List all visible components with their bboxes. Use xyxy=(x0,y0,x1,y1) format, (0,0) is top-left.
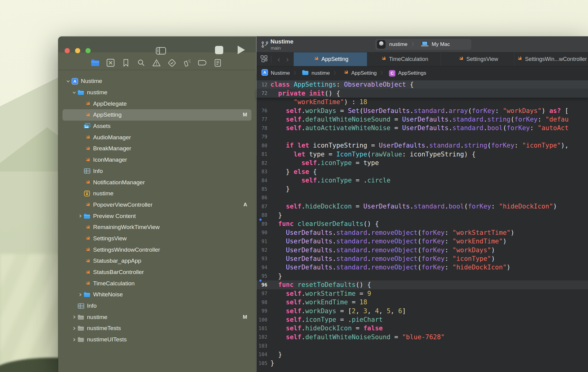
breadcrumb-item-AppSetting[interactable]: AppSetting xyxy=(342,69,377,77)
tree-row-nustimeTests[interactable]: nustimeTests xyxy=(62,323,251,334)
code-line-83[interactable]: 83 } else { xyxy=(256,167,588,176)
tab-overview-icon[interactable] xyxy=(260,55,268,64)
back-icon[interactable]: ‹ xyxy=(274,55,283,63)
code-line-77[interactable]: 77 self.defaultWhiteNoiseSound = UserDef… xyxy=(256,115,588,124)
code-line-105[interactable]: 105} xyxy=(256,359,588,367)
code-line-90[interactable]: 90 UserDefaults.standard.removeObject(fo… xyxy=(256,228,588,237)
code-line-85[interactable]: 85 } xyxy=(256,185,588,193)
tab-SettingsWin-wController[interactable]: SettingsWin...wController xyxy=(514,52,588,66)
tree-row-BreakManager[interactable]: BreakManager xyxy=(62,143,251,154)
reports-navigator-icon[interactable] xyxy=(210,57,225,69)
issues-navigator-icon[interactable] xyxy=(149,57,164,69)
code-line-92[interactable]: 92 UserDefaults.standard.removeObject(fo… xyxy=(256,246,588,254)
tree-row-AudioManager[interactable]: AudioManager xyxy=(62,132,251,143)
breakpoints-navigator-icon[interactable] xyxy=(195,57,210,69)
chevron-right-icon[interactable] xyxy=(71,325,77,331)
tree-row-Preview-Content[interactable]: Preview Content xyxy=(62,210,251,222)
code-line-99[interactable]: 99 self.workDays = [2, 3, 4, 5, 6] xyxy=(256,306,588,315)
code-line-84[interactable]: 84 self.iconType = .circle xyxy=(256,176,588,185)
tree-row-nustime[interactable]: nustime xyxy=(62,188,251,199)
scheme-name[interactable]: nustime xyxy=(389,41,408,47)
tree-row-SettingsWindowController[interactable]: SettingsWindowController xyxy=(62,244,251,255)
tab-AppSetting[interactable]: AppSetting xyxy=(294,52,367,66)
tree-row-Assets[interactable]: Assets xyxy=(62,121,251,132)
tree-row-Nustime[interactable]: ANustime xyxy=(62,76,251,87)
code-line-79[interactable]: 79 xyxy=(256,133,588,141)
code-line-80[interactable]: 80 if let iconTypeString = UserDefaults.… xyxy=(256,141,588,150)
bookmarks-navigator-icon[interactable] xyxy=(118,57,134,69)
code-line-76[interactable]: 76 self.workDays = Set(UserDefaults.stan… xyxy=(256,106,588,115)
code-line-96[interactable]: 96 func resetToDefaults() { xyxy=(256,280,588,289)
chevron-right-icon[interactable] xyxy=(77,213,83,219)
code-line-82[interactable]: 82 self.iconType = type xyxy=(256,159,588,167)
tree-row-nustimeUITests[interactable]: nustimeUITests xyxy=(62,334,251,345)
changes-navigator-icon[interactable] xyxy=(103,57,118,69)
chevron-down-icon[interactable] xyxy=(71,89,77,96)
breadcrumb-item-Nustime[interactable]: ANustime xyxy=(262,69,290,77)
close-window-button[interactable] xyxy=(65,48,70,53)
titlebar[interactable] xyxy=(58,36,256,52)
stop-button[interactable] xyxy=(215,46,223,54)
debug-navigator-icon[interactable] xyxy=(179,57,195,69)
swift-icon xyxy=(83,257,91,264)
tree-row-PopoverViewController[interactable]: PopoverViewControllerA xyxy=(62,199,251,211)
tree-row-nustime[interactable]: nustimeM xyxy=(62,311,251,323)
scheme-selector[interactable]: nustime 〉 My Mac xyxy=(375,39,471,50)
code-line-wrapped[interactable]: "workEndTime") : 18 xyxy=(256,98,588,106)
code-line-86[interactable]: 86 xyxy=(256,194,588,202)
chevron-right-icon[interactable] xyxy=(71,314,77,320)
code-line-88[interactable]: 88 } xyxy=(256,211,588,220)
tree-row-AppSetting[interactable]: AppSettingM xyxy=(62,109,251,121)
tree-row-StatusBarController[interactable]: StatusBarController xyxy=(62,267,251,278)
tree-row-Info[interactable]: Info xyxy=(62,166,251,177)
swift-icon xyxy=(83,201,91,208)
zoom-window-button[interactable] xyxy=(85,48,91,53)
tree-row-Statusbar_appApp[interactable]: Statusbar_appApp xyxy=(62,255,251,267)
navigator-tab-bar xyxy=(58,55,256,70)
code-line-97[interactable]: 97 self.workStartTime = 9 xyxy=(256,289,588,298)
scheme-destination[interactable]: My Mac xyxy=(432,41,450,47)
tab-SettingsView[interactable]: SettingsView xyxy=(441,52,514,66)
code-line-93[interactable]: 93 UserDefaults.standard.removeObject(fo… xyxy=(256,254,588,263)
source-code-editor[interactable]: 12class AppSettings: ObservableObject {7… xyxy=(256,80,588,372)
chevron-right-icon[interactable] xyxy=(71,336,77,343)
toggle-sidebar-icon[interactable] xyxy=(156,47,167,55)
tree-row-WhiteNoise[interactable]: WhiteNoise xyxy=(62,289,251,300)
project-navigator-icon[interactable] xyxy=(88,57,103,69)
tree-row-Info[interactable]: Info xyxy=(62,300,251,312)
code-line-95[interactable]: 95 } xyxy=(256,272,588,280)
code-line-78[interactable]: 78 self.autoActivateWhiteNoise = UserDef… xyxy=(256,124,588,132)
tests-navigator-icon[interactable] xyxy=(164,57,179,69)
minimize-window-button[interactable] xyxy=(75,48,80,53)
run-button[interactable] xyxy=(238,46,245,54)
chevron-down-icon[interactable] xyxy=(65,78,71,84)
swift-icon xyxy=(83,280,91,287)
chevron-right-icon[interactable] xyxy=(77,291,83,298)
tree-row-TimeCalculation[interactable]: TimeCalculation xyxy=(62,278,251,289)
tree-row-IconManager[interactable]: IconManager xyxy=(62,154,251,166)
tree-row-AppDelegate[interactable]: AppDelegate xyxy=(62,98,251,109)
code-line-100[interactable]: 100 self.iconType = .pieChart xyxy=(256,315,588,324)
code-line-102[interactable]: 102 self.defaultWhiteNoiseSound = "blue-… xyxy=(256,333,588,341)
code-line-104[interactable]: 104 } xyxy=(256,350,588,359)
find-navigator-icon[interactable] xyxy=(134,57,149,69)
code-line-72[interactable]: 72 private init() { xyxy=(256,89,588,97)
code-line-81[interactable]: 81 let type = IconType(rawValue: iconTyp… xyxy=(256,150,588,159)
code-line-12[interactable]: 12class AppSettings: ObservableObject { xyxy=(256,80,588,89)
code-line-91[interactable]: 91 UserDefaults.standard.removeObject(fo… xyxy=(256,237,588,246)
chevron-spacer xyxy=(77,190,83,197)
forward-icon[interactable]: › xyxy=(283,55,292,63)
tree-row-SettingsView[interactable]: SettingsView xyxy=(62,233,251,244)
breadcrumb-item-nustime[interactable]: nustime xyxy=(302,70,330,77)
tree-row-nustime[interactable]: nustime xyxy=(62,87,251,98)
tab-TimeCalculation[interactable]: TimeCalculation xyxy=(367,52,441,66)
code-line-87[interactable]: 87 self.hideDockIcon = UserDefaults.stan… xyxy=(256,202,588,211)
tree-row-RemainingWorkTimeView[interactable]: RemainingWorkTimeView xyxy=(62,222,251,233)
breadcrumb-item-AppSettings[interactable]: CAppSettings xyxy=(389,70,426,77)
code-line-103[interactable]: 103 xyxy=(256,341,588,350)
tree-row-NotificationManager[interactable]: NotificationManager xyxy=(62,177,251,188)
code-line-89[interactable]: 89 func clearUserDefaults() { xyxy=(256,220,588,228)
code-line-98[interactable]: 98 self.workEndTime = 18 xyxy=(256,298,588,306)
code-line-94[interactable]: 94 UserDefaults.standard.removeObject(fo… xyxy=(256,263,588,272)
code-line-101[interactable]: 101 self.hideDockIcon = false xyxy=(256,324,588,333)
